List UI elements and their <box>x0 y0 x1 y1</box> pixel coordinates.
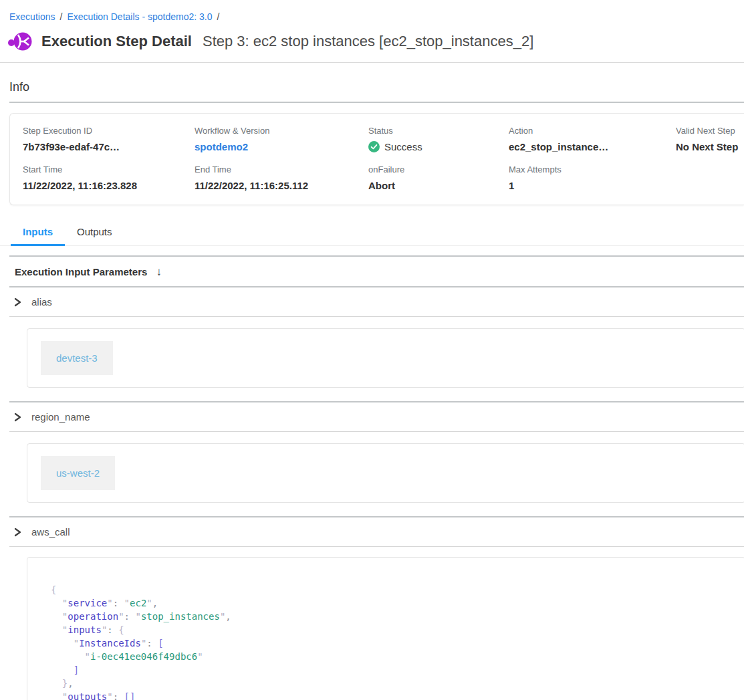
field-label: End Time <box>195 164 368 174</box>
page-title: Execution Step Detail <box>41 33 192 50</box>
success-check-icon <box>368 141 380 152</box>
field-value: ec2_stop_instance… <box>509 141 676 152</box>
param-panel-region-name: us-west-2 <box>27 443 744 503</box>
field-value: No Next Step <box>676 141 744 152</box>
field-value: Abort <box>368 180 509 191</box>
step-info-card: Step Execution ID 7b73f93e-edaf-47c… Wor… <box>9 113 744 205</box>
chevron-right-icon <box>13 528 22 537</box>
field-start-time: Start Time 11/22/2022, 11:16:23.828 <box>23 164 195 191</box>
info-heading: Info <box>9 80 735 94</box>
field-label: Max Attempts <box>509 164 676 174</box>
divider <box>0 62 744 63</box>
param-value-chip: us-west-2 <box>41 456 115 490</box>
field-onfailure: onFailure Abort <box>368 164 509 191</box>
page-header: Execution Step Detail Step 3: ec2 stop i… <box>0 22 744 62</box>
tab-inputs[interactable]: Inputs <box>11 221 65 246</box>
divider <box>9 431 744 432</box>
field-max-attempts: Max Attempts 1 <box>509 164 676 191</box>
breadcrumb-link-executions[interactable]: Executions <box>9 11 55 22</box>
field-workflow-version: Workflow & Version spotdemo2 <box>195 126 368 152</box>
field-empty <box>676 164 744 191</box>
page-subtitle: Step 3: ec2 stop instances [ec2_stop_ins… <box>203 33 533 50</box>
field-value: 7b73f93e-edaf-47c… <box>23 141 195 152</box>
field-label: Action <box>509 126 676 136</box>
field-value: 1 <box>509 180 676 191</box>
breadcrumb-separator: / <box>59 11 62 22</box>
field-status: Status Success <box>368 126 509 152</box>
param-header-region-name[interactable]: region_name <box>0 402 744 431</box>
field-label: Status <box>368 126 509 136</box>
field-end-time: End Time 11/22/2022, 11:16:25.112 <box>195 164 368 191</box>
field-value: 11/22/2022, 11:16:25.112 <box>195 180 368 191</box>
param-panel-alias: devtest-3 <box>27 328 744 388</box>
chevron-right-icon <box>13 298 22 307</box>
section-title: Execution Input Parameters <box>15 266 147 277</box>
app-logo-icon <box>8 30 32 53</box>
chevron-right-icon <box>13 413 22 422</box>
field-value: 11/22/2022, 11:16:23.828 <box>23 180 195 191</box>
breadcrumb: Executions/Execution Details - spotdemo2… <box>0 0 744 22</box>
workflow-link[interactable]: spotdemo2 <box>195 141 368 152</box>
json-code: { "service": "ec2", "operation": "stop_i… <box>51 583 744 700</box>
param-name: alias <box>31 296 52 308</box>
breadcrumb-separator: / <box>217 11 220 22</box>
divider <box>9 316 744 317</box>
param-name: region_name <box>31 411 90 423</box>
field-step-execution-id: Step Execution ID 7b73f93e-edaf-47c… <box>23 126 195 152</box>
param-panel-aws-call: { "service": "ec2", "operation": "stop_i… <box>27 557 744 700</box>
param-name: aws_call <box>31 526 70 538</box>
tab-bar: Inputs Outputs <box>0 221 744 246</box>
field-action: Action ec2_stop_instance… <box>509 126 676 152</box>
field-label: Start Time <box>23 164 195 174</box>
field-label: Step Execution ID <box>23 126 195 136</box>
tab-outputs[interactable]: Outputs <box>65 221 124 245</box>
field-label: Workflow & Version <box>195 126 368 136</box>
execution-input-parameters-header: Execution Input Parameters ↓ <box>0 257 744 286</box>
param-header-aws-call[interactable]: aws_call <box>0 517 744 546</box>
divider <box>9 546 744 547</box>
breadcrumb-link-execution-details[interactable]: Execution Details - spotdemo2: 3.0 <box>67 11 212 22</box>
status-badge: Success <box>384 141 422 152</box>
param-header-alias[interactable]: alias <box>0 287 744 316</box>
field-valid-next-step: Valid Next Step No Next Step <box>676 126 744 152</box>
download-arrow-icon[interactable]: ↓ <box>156 266 162 277</box>
divider <box>9 102 744 103</box>
field-label: Valid Next Step <box>676 126 744 136</box>
field-label: onFailure <box>368 164 509 174</box>
param-value-chip: devtest-3 <box>41 341 113 375</box>
